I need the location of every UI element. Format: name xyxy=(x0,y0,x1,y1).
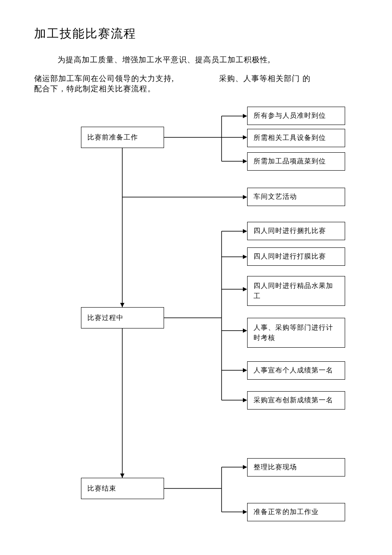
end-item-2: 准备正常的加工作业 xyxy=(247,503,345,521)
during-item-3: 四人同时进行精品水果加工 xyxy=(247,276,345,306)
intro-2c: 配合下，特此制定相关比赛流程。 xyxy=(34,84,156,93)
prep-item-1: 所有参与人员准时到位 xyxy=(247,107,345,125)
svg-marker-3 xyxy=(120,474,124,478)
during-item-4: 人事、采购等部门进行计时考核 xyxy=(247,318,345,348)
svg-marker-7 xyxy=(243,114,247,118)
stage-prep-box: 比赛前准备工作 xyxy=(81,127,164,148)
activity-item-1: 车间文艺活动 xyxy=(247,188,345,206)
svg-marker-33 xyxy=(243,510,247,514)
stage-end-box: 比赛结束 xyxy=(81,478,164,499)
during-item-5: 人事宣布个人成绩第一名 xyxy=(247,361,345,380)
stage-during-box: 比赛过程中 xyxy=(81,307,164,328)
intro-2b: 采购、人事等相关部门 的 xyxy=(219,73,311,84)
svg-marker-11 xyxy=(243,159,247,163)
intro-line-1: 为提高加工质量、增强加工水平意识、提高员工加工积极性, xyxy=(58,55,358,65)
svg-marker-13 xyxy=(243,195,247,199)
svg-marker-31 xyxy=(243,465,247,469)
svg-marker-27 xyxy=(243,398,247,402)
intro-line-2: 储运部加工车间在公司领导的大力支持, 采购、人事等相关部门 的 配合下，特此制定… xyxy=(34,73,358,94)
during-item-1: 四人同时进行捆扎比赛 xyxy=(247,222,345,240)
end-item-1: 整理比赛现场 xyxy=(247,458,345,477)
flowchart-diagram: 比赛前准备工作 比赛过程中 比赛结束 所有参与人员准时到位 所需相关工具设备到位… xyxy=(34,107,358,533)
during-item-6: 采购宣布创新成绩第一名 xyxy=(247,391,345,410)
svg-marker-23 xyxy=(243,328,247,333)
prep-item-2: 所需相关工具设备到位 xyxy=(247,129,345,147)
intro-2a: 储运部加工车间在公司领导的大力支持, xyxy=(34,73,174,84)
svg-marker-19 xyxy=(243,255,247,259)
svg-marker-9 xyxy=(243,135,247,139)
svg-marker-25 xyxy=(243,368,247,372)
page-title: 加工技能比赛流程 xyxy=(34,26,358,42)
svg-marker-21 xyxy=(243,287,247,291)
prep-item-3: 所需加工品项蔬菜到位 xyxy=(247,152,345,171)
svg-marker-1 xyxy=(120,303,124,307)
during-item-2: 四人同时进行打膜比赛 xyxy=(247,247,345,266)
svg-marker-17 xyxy=(243,229,247,233)
